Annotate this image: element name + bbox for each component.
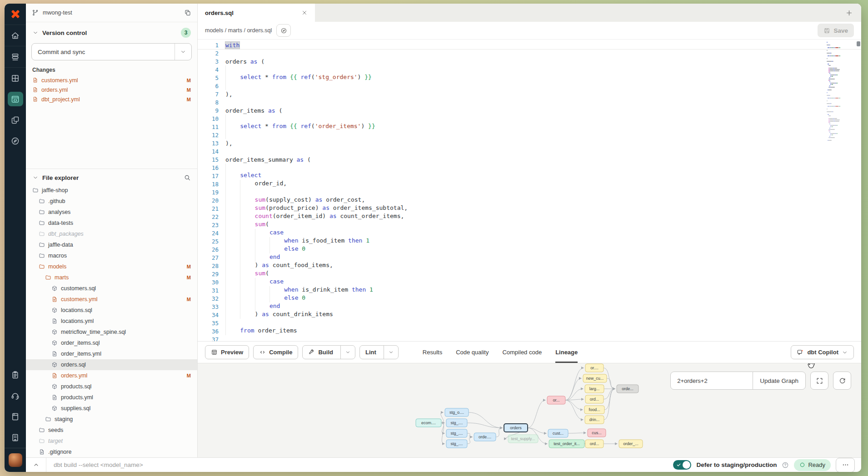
lineage-node-stg_[interactable]: stg_.... xyxy=(446,440,467,448)
tree-item-analyses[interactable]: analyses xyxy=(26,207,197,218)
tree-item-.gitignore[interactable]: .gitignore xyxy=(26,446,197,457)
tree-item-dbt_packages[interactable]: dbt_packages xyxy=(26,228,197,239)
minimap[interactable] xyxy=(827,42,855,143)
lineage-node-ord[interactable]: ord... xyxy=(585,440,604,448)
nav-studio-ide[interactable] xyxy=(5,89,26,109)
preview-button[interactable]: Preview xyxy=(205,345,249,359)
code-line[interactable]: 23sum( xyxy=(198,221,819,229)
command-input[interactable]: dbt build --select <model_name> xyxy=(46,461,143,468)
defer-toggle[interactable] xyxy=(673,460,691,470)
code-line[interactable]: 6 xyxy=(198,82,819,90)
lineage-node-orders[interactable]: orders xyxy=(504,424,528,432)
build-button[interactable]: Build xyxy=(302,345,355,359)
changed-file-customers.yml[interactable]: customers.ymlM xyxy=(26,75,197,85)
nav-home[interactable] xyxy=(5,25,26,46)
code-line[interactable]: 5select * from {{ ref('stg_orders') }} xyxy=(198,74,819,82)
refresh-graph-button[interactable] xyxy=(833,372,851,390)
tree-item-jaffle-shop[interactable]: jaffle-shop xyxy=(26,185,197,196)
lineage-node-orde[interactable]: orde... xyxy=(617,385,639,393)
tree-item-metricflow_time_spine.sql[interactable]: metricflow_time_spine.sql xyxy=(26,327,197,337)
tree-item-models[interactable]: modelsM xyxy=(26,261,197,272)
changed-file-dbt_project.yml[interactable]: dbt_project.ymlM xyxy=(26,94,197,104)
nav-support[interactable] xyxy=(5,385,26,406)
code-line[interactable]: 2 xyxy=(198,49,819,57)
code-line[interactable]: 34) as count_drink_items xyxy=(198,311,819,319)
code-line[interactable]: 22count(order_item_id) as count_order_it… xyxy=(198,213,819,221)
nav-dashboard[interactable] xyxy=(5,67,26,89)
code-line[interactable]: 4 xyxy=(198,65,819,74)
lineage-node-stg_o[interactable]: stg_o.... xyxy=(445,408,469,416)
tab-code-quality[interactable]: Code quality xyxy=(456,342,489,363)
tree-item-staging[interactable]: staging xyxy=(26,414,197,425)
code-line[interactable]: 32else 0 xyxy=(198,294,819,302)
tree-item-macros[interactable]: macros xyxy=(26,250,197,261)
lineage-filter-input[interactable]: 2+orders+2 xyxy=(671,372,753,389)
fullscreen-button[interactable] xyxy=(810,372,828,390)
lint-options-dropdown[interactable] xyxy=(384,346,398,359)
tab-compiled-code[interactable]: Compiled code xyxy=(502,342,542,363)
code-line[interactable]: 17select xyxy=(198,172,819,180)
tree-item-marts[interactable]: martsM xyxy=(26,272,197,283)
more-options-button[interactable] xyxy=(836,458,855,472)
code-line[interactable]: 21sum(product_price) as order_items_subt… xyxy=(198,204,819,213)
lineage-node-or[interactable]: or... xyxy=(547,396,565,404)
lint-button[interactable]: Lint xyxy=(359,345,399,359)
code-line[interactable]: 15order_items_summary as ( xyxy=(198,155,819,164)
search-icon[interactable] xyxy=(184,174,191,181)
lineage-node-ord[interactable]: ord... xyxy=(585,395,604,403)
code-line[interactable]: 33end xyxy=(198,302,819,311)
code-line[interactable]: 27end xyxy=(198,253,819,262)
lineage-node-stg_[interactable]: stg_.... xyxy=(446,429,467,437)
tree-item-locations.yml[interactable]: locations.yml xyxy=(26,316,197,327)
code-line[interactable]: 10 xyxy=(198,114,819,123)
code-lines[interactable]: 1with23orders as (45select * from {{ ref… xyxy=(198,41,819,341)
lineage-node-or[interactable]: or.... xyxy=(585,364,604,372)
code-line[interactable]: 16 xyxy=(198,164,819,172)
code-line[interactable]: 30case xyxy=(198,278,819,286)
code-line[interactable]: 8 xyxy=(198,98,819,106)
lineage-panel[interactable]: ecom....stg_o....stg_....stg_....stg_...… xyxy=(198,363,861,457)
lineage-node-cus[interactable]: cus... xyxy=(588,429,606,437)
version-control-header[interactable]: Version control 3 xyxy=(26,22,197,40)
nav-environments[interactable] xyxy=(5,46,26,67)
tree-item-orders.yml[interactable]: orders.ymlM xyxy=(26,370,197,381)
lineage-node-drin[interactable]: drin... xyxy=(585,416,604,424)
nav-tasks[interactable] xyxy=(5,364,26,385)
changed-file-orders.yml[interactable]: orders.ymlM xyxy=(26,85,197,94)
code-line[interactable]: 19 xyxy=(198,188,819,196)
save-button[interactable]: Save xyxy=(818,24,854,37)
nav-docs[interactable] xyxy=(5,406,26,427)
tab-results[interactable]: Results xyxy=(423,342,442,363)
lineage-node-test_supply[interactable]: test_supply... xyxy=(508,435,538,443)
tab-lineage[interactable]: Lineage xyxy=(555,342,578,363)
code-line[interactable]: 18order_id, xyxy=(198,180,819,188)
tree-item-seeds[interactable]: seeds xyxy=(26,425,197,436)
lineage-node-stg_[interactable]: stg_.... xyxy=(446,419,467,427)
code-line[interactable]: 11select * from {{ ref('order_items') }} xyxy=(198,123,819,131)
help-icon[interactable] xyxy=(782,461,789,469)
tree-item-products.sql[interactable]: products.sql xyxy=(26,381,197,392)
tree-item-order_items.sql[interactable]: order_items.sql xyxy=(26,337,197,348)
code-line[interactable]: 25when is_food_item then 1 xyxy=(198,237,819,245)
tree-item-customers.yml[interactable]: customers.ymlM xyxy=(26,294,197,305)
nav-orchestration[interactable] xyxy=(5,109,26,130)
tree-item-target[interactable]: target xyxy=(26,436,197,446)
code-line[interactable]: 28) as count_food_items, xyxy=(198,262,819,270)
tree-item-jaffle-data[interactable]: jaffle-data xyxy=(26,239,197,250)
lineage-node-cust[interactable]: cust... xyxy=(548,429,568,437)
code-line[interactable]: 14 xyxy=(198,147,819,155)
new-tab-icon[interactable] xyxy=(845,9,853,17)
lineage-node-larg[interactable]: larg... xyxy=(585,385,604,393)
lineage-node-order_[interactable]: order_... xyxy=(619,440,643,448)
build-options-dropdown[interactable] xyxy=(340,346,355,359)
code-line[interactable]: 20sum(supply_cost) as order_cost, xyxy=(198,196,819,204)
code-line[interactable]: 29sum( xyxy=(198,270,819,278)
dbt-copilot-button[interactable]: dbt Copilot xyxy=(791,345,854,359)
code-line[interactable]: 31when is_drink_item then 1 xyxy=(198,286,819,294)
code-line[interactable]: 24case xyxy=(198,229,819,237)
nav-dbt-logo[interactable] xyxy=(5,4,26,25)
code-line[interactable]: 1with xyxy=(198,41,819,49)
lineage-node-test_order_it[interactable]: test_order_it... xyxy=(549,440,584,448)
commit-options-dropdown[interactable] xyxy=(175,44,191,60)
close-icon[interactable] xyxy=(301,10,308,16)
